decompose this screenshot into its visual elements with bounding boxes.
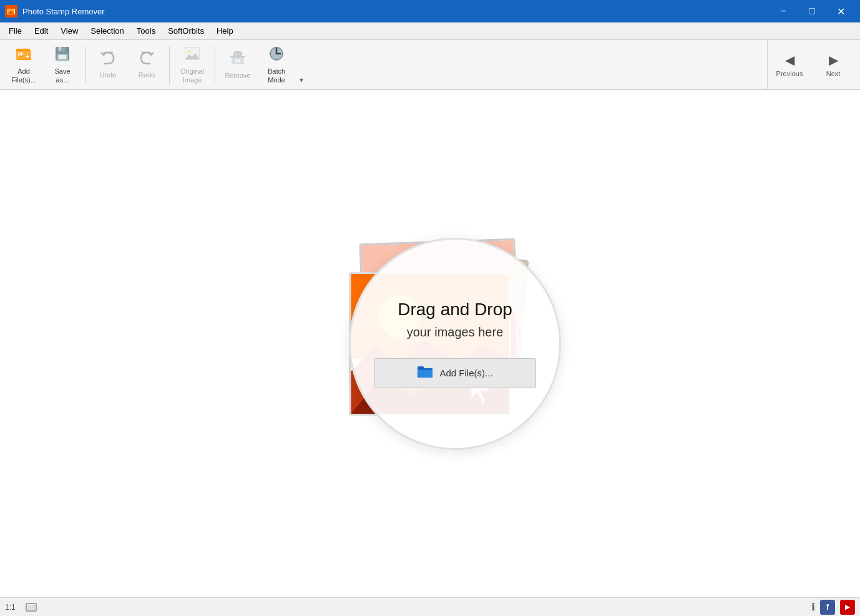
svg-rect-16	[59, 55, 66, 59]
batch-mode-button[interactable]: BatchMode	[258, 44, 295, 86]
remove-button[interactable]: Remove	[219, 44, 257, 86]
svg-rect-13	[57, 47, 66, 52]
menu-edit[interactable]: Edit	[28, 24, 54, 38]
menu-bar: File Edit View Selection Tools SoftOrbit…	[0, 22, 860, 40]
separator-3	[215, 46, 215, 84]
batch-mode-label: BatchMode	[268, 67, 285, 84]
facebook-button[interactable]: f	[820, 600, 835, 615]
add-files-icon: +	[15, 45, 32, 65]
next-button[interactable]: ▶ Next	[811, 40, 855, 90]
drag-drop-text: Drag and Drop	[398, 299, 512, 320]
welcome-area: Drag and Drop your images here Add File(…	[336, 235, 524, 453]
svg-point-9	[19, 53, 20, 54]
folder-icon	[417, 364, 433, 382]
zoom-level: 1:1	[5, 603, 16, 612]
save-as-button[interactable]: Saveas...	[44, 44, 81, 86]
batch-mode-icon	[268, 45, 285, 65]
drag-drop-sub: your images here	[407, 325, 504, 340]
app-icon	[5, 5, 17, 17]
undo-button[interactable]: Undo	[89, 44, 127, 86]
main-content: Drag and Drop your images here Add File(…	[0, 90, 860, 597]
menu-view[interactable]: View	[54, 24, 84, 38]
redo-icon	[139, 50, 155, 69]
remove-icon	[229, 49, 247, 69]
add-files-label: AddFile(s)...	[11, 67, 36, 84]
separator-1	[85, 46, 86, 84]
menu-tools[interactable]: Tools	[130, 24, 162, 38]
original-image-button[interactable]: OriginalImage	[173, 44, 211, 86]
svg-rect-43	[27, 605, 35, 610]
previous-button[interactable]: ◀ Previous	[768, 40, 811, 90]
add-files-dialog-label: Add File(s)...	[439, 368, 492, 378]
original-image-icon	[183, 45, 201, 65]
toolbar: + AddFile(s)... Saveas... Undo	[0, 40, 860, 90]
title-bar-left: Photo Stamp Remover	[5, 5, 105, 17]
undo-icon	[100, 50, 116, 69]
svg-point-19	[188, 50, 191, 53]
minimize-button[interactable]: −	[769, 0, 798, 22]
toolbar-dropdown[interactable]: ▼	[296, 44, 306, 86]
next-arrow-icon: ▶	[829, 52, 838, 67]
svg-rect-14	[59, 47, 61, 51]
separator-2	[169, 46, 170, 84]
save-as-label: Saveas...	[54, 67, 70, 84]
previous-arrow-icon: ◀	[785, 52, 794, 67]
maximize-button[interactable]: □	[798, 0, 826, 22]
close-button[interactable]: ✕	[826, 0, 855, 22]
circle-overlay: Drag and Drop your images here Add File(…	[349, 238, 561, 450]
redo-label: Redo	[139, 71, 155, 79]
remove-label: Remove	[225, 72, 251, 80]
title-text: Photo Stamp Remover	[22, 7, 105, 16]
title-bar-controls: − □ ✕	[769, 0, 855, 22]
menu-file[interactable]: File	[2, 24, 28, 38]
next-label: Next	[826, 70, 841, 77]
original-image-label: OriginalImage	[180, 67, 204, 84]
save-as-icon	[54, 45, 71, 65]
menu-selection[interactable]: Selection	[84, 24, 130, 38]
undo-label: Undo	[100, 71, 116, 79]
redo-button[interactable]: Redo	[128, 44, 165, 86]
previous-label: Previous	[776, 70, 803, 77]
image-size-indicator	[26, 602, 37, 612]
menu-softorbits[interactable]: SoftOrbits	[162, 24, 210, 38]
status-bar: 1:1 ℹ f ▶	[0, 597, 860, 616]
youtube-button[interactable]: ▶	[840, 600, 855, 615]
title-bar: Photo Stamp Remover − □ ✕	[0, 0, 860, 22]
menu-help[interactable]: Help	[210, 24, 240, 38]
toolbar-right: ◀ Previous ▶ Next	[767, 40, 855, 90]
status-bar-right: ℹ f ▶	[811, 600, 855, 615]
add-files-button[interactable]: + AddFile(s)...	[5, 44, 42, 86]
add-files-dialog-button[interactable]: Add File(s)...	[374, 358, 536, 388]
svg-text:+: +	[26, 53, 29, 60]
info-icon[interactable]: ℹ	[811, 601, 815, 613]
